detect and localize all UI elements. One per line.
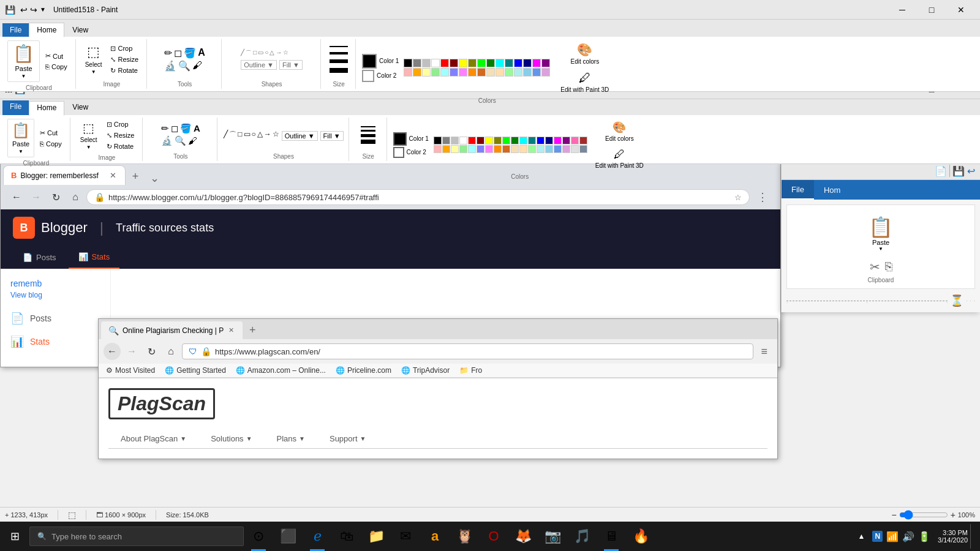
taskbar-paint3d-tb[interactable]: 🖥 [597, 522, 626, 551]
size2-4[interactable] [361, 140, 375, 144]
paint1-qat-dropdown[interactable]: ▼ [40, 6, 46, 13]
right-paste-dropdown[interactable]: ▼ [878, 246, 883, 252]
paint2-copy-btn[interactable]: ⎘ Copy [37, 139, 65, 149]
reload-btn[interactable]: ↻ [47, 189, 64, 206]
new-tab-btn[interactable]: + [127, 168, 144, 185]
firefox-address-bar[interactable]: 🛡 🔒 https://www.plagscan.com/en/ [182, 343, 753, 359]
taskbar-virus[interactable]: 🔥 [626, 522, 655, 551]
magnifier-icon[interactable]: 🔍 [178, 60, 190, 72]
p2-green[interactable] [511, 137, 519, 144]
taskbar-explorer[interactable]: 📁 [361, 522, 391, 551]
paint2-edit-colors-btn[interactable]: 🎨 Edit colors [592, 119, 647, 144]
p2-orange[interactable] [442, 145, 450, 153]
p2-wheat[interactable] [511, 145, 519, 153]
p2-magenta[interactable] [554, 137, 562, 144]
paint1-copy-btn[interactable]: ⎘ Copy [42, 62, 70, 72]
back-btn[interactable]: ← [8, 189, 25, 206]
p2-yellow[interactable] [485, 137, 493, 144]
color-olive[interactable] [468, 59, 477, 67]
shape-rect[interactable]: □ [253, 49, 257, 58]
p2-plum[interactable] [562, 145, 570, 153]
shape-curve[interactable]: ⌒ [246, 49, 252, 58]
color-magenta[interactable] [532, 59, 541, 67]
shape2-tri[interactable]: △ [257, 130, 263, 140]
p2-black[interactable] [434, 137, 442, 144]
color2-2-swatch[interactable] [393, 147, 404, 158]
taskbar-store[interactable]: 🛍 [332, 522, 361, 551]
paint2-tab-view[interactable]: View [64, 100, 96, 115]
p2-blue[interactable] [537, 137, 545, 144]
p2-sb[interactable] [545, 145, 553, 153]
paint1-tab-view[interactable]: View [64, 23, 96, 37]
shape2-oval[interactable]: ○ [252, 130, 256, 140]
network-icon[interactable]: 📶 [886, 531, 899, 542]
color-paleturquoise[interactable] [514, 68, 522, 77]
color-purple[interactable] [541, 59, 550, 67]
color-darkorange[interactable] [468, 68, 477, 77]
color-blue[interactable] [514, 59, 522, 67]
right-paste-btn[interactable]: 📋 Paste ▼ [861, 210, 901, 257]
taskbar-search-bar[interactable]: 🔍 Type here to search [29, 527, 244, 546]
color-cyan[interactable] [496, 59, 504, 67]
bm-amazon[interactable]: 🌐 Amazon.com – Online... [236, 366, 326, 375]
p2-ls[interactable] [579, 145, 587, 153]
paint1-select-btn[interactable]: ⬚ Select ▼ [82, 42, 105, 77]
color-lightgreen[interactable] [431, 68, 440, 77]
size-4[interactable] [330, 68, 348, 73]
fill-btn[interactable]: Fill ▼ [279, 60, 303, 70]
paint2-resize-btn[interactable]: ⤡ Resize [104, 130, 138, 141]
taskbar-music[interactable]: 🎵 [567, 522, 597, 551]
colorpicker-icon[interactable]: 🔬 [164, 60, 176, 72]
plagscan-tab[interactable]: 🔍 Online Plagiarism Checking | P ✕ [101, 321, 243, 339]
bm-getting-started[interactable]: 🌐 Getting Started [165, 366, 226, 375]
right-tab-file[interactable]: File [782, 180, 814, 200]
size-3[interactable] [330, 59, 348, 63]
color1-swatch[interactable] [362, 54, 377, 69]
plagscan-tab-close[interactable]: ✕ [227, 325, 235, 335]
p2-lg[interactable] [459, 145, 467, 153]
paint1-rotate-btn[interactable]: ↻ Rotate [107, 66, 141, 76]
zoom-slider[interactable] [899, 510, 948, 520]
select-dropdown[interactable]: ▼ [91, 69, 96, 75]
start-btn[interactable]: ⊞ [0, 522, 29, 551]
color-white[interactable] [431, 59, 440, 67]
p2-gray[interactable] [442, 137, 450, 144]
blogger-tab-close[interactable]: ✕ [108, 170, 118, 181]
size2-1[interactable] [361, 126, 375, 127]
browser-menu-icon[interactable]: ⋮ [752, 190, 773, 204]
color-lightcyan[interactable] [440, 68, 449, 77]
nav-posts[interactable]: 📄 Posts [13, 246, 66, 269]
color-red[interactable] [440, 59, 449, 67]
paint2-tab-file[interactable]: File [2, 100, 29, 115]
taskbar-tripadvisor[interactable]: 🦉 [450, 522, 479, 551]
select2-dropdown[interactable]: ▼ [86, 144, 91, 150]
color-teal[interactable] [505, 59, 513, 67]
p2-white[interactable] [459, 137, 467, 144]
ff-menu-icon[interactable]: ≡ [756, 345, 772, 358]
shape2-rect[interactable]: □ [238, 130, 242, 140]
taskbar-clock[interactable]: 3:30 PM 3/14/2020 [938, 529, 968, 544]
shape-star[interactable]: ☆ [283, 49, 288, 58]
p2-cf[interactable] [554, 145, 562, 153]
shape2-curve[interactable]: ⌒ [229, 130, 236, 140]
taskbar-arrow-icon[interactable]: ▲ [858, 532, 865, 541]
sidebar-posts[interactable]: 📄 Posts [10, 307, 100, 330]
text2-icon[interactable]: A [194, 123, 200, 134]
p2-silver[interactable] [451, 137, 459, 144]
shape2-arrow[interactable]: → [264, 130, 271, 140]
size2-2[interactable] [361, 130, 375, 132]
paint2-rotate-btn[interactable]: ↻ Rotate [104, 141, 138, 152]
color-navy[interactable] [523, 59, 532, 67]
taskbar-amazon[interactable]: a [420, 522, 450, 551]
plagscan-plans[interactable]: Plans ▼ [265, 429, 317, 448]
color-black[interactable] [404, 59, 412, 67]
pencil-icon[interactable]: ✏ [164, 47, 172, 59]
blog-name[interactable]: rememb [10, 279, 100, 288]
nav-stats[interactable]: 📊 Stats [69, 246, 120, 269]
address-bar[interactable]: 🔒 https://www.blogger.com/u/1/blogger.g?… [86, 189, 750, 205]
plagscan-solutions[interactable]: Solutions ▼ [198, 429, 264, 448]
color2-1-swatch[interactable] [393, 132, 407, 146]
color-chocolate[interactable] [477, 68, 486, 77]
shape2-star[interactable]: ☆ [273, 130, 279, 140]
right-save-icon[interactable]: 💾 [952, 165, 965, 177]
